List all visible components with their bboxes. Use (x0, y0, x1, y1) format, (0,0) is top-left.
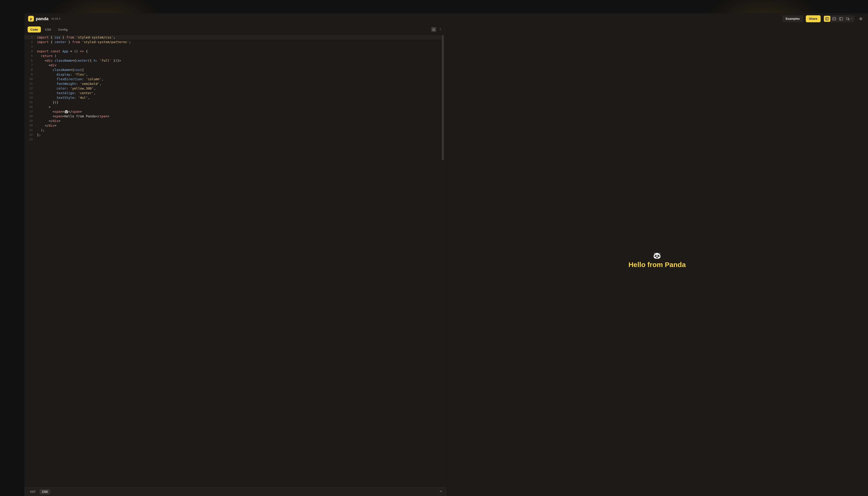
split-vertical-icon (825, 17, 829, 21)
output-tab-ast[interactable]: AST (28, 489, 38, 494)
logo-badge-icon: p (28, 16, 34, 21)
ai-sparkle-button[interactable] (438, 27, 443, 32)
line-number-gutter: 1234567891011121314151617181920212223 (25, 34, 37, 487)
chevron-down-icon (850, 17, 853, 20)
share-button[interactable]: Share (806, 15, 821, 22)
output-tab-css[interactable]: CSS (40, 489, 50, 494)
tab-code[interactable]: Code (28, 27, 41, 32)
word-wrap-icon (432, 28, 435, 31)
svg-line-13 (859, 17, 860, 18)
brand-name: panda (36, 16, 48, 21)
split-horizontal-icon (832, 17, 836, 21)
bottom-output-bar: AST CSS (25, 487, 446, 496)
editor-tabs: Code CSS Config (25, 25, 446, 34)
chevron-up-icon (439, 490, 443, 493)
logo[interactable]: p panda (28, 16, 48, 21)
layout-toggle-group (823, 15, 854, 22)
preview-heading: Hello from Panda (628, 261, 686, 269)
collapse-output-button[interactable] (439, 490, 443, 494)
sun-icon (859, 17, 863, 21)
responsive-icon (846, 17, 850, 21)
header-bar: p panda v0.34.3 Examples Share (25, 13, 868, 25)
theme-toggle-button[interactable] (857, 15, 864, 22)
tab-css[interactable]: CSS (42, 27, 54, 32)
svg-line-17 (859, 20, 860, 20)
layout-preview-only-button[interactable] (838, 16, 844, 22)
editor-pane: Code CSS Config 123456789101112131415161… (25, 25, 446, 496)
sparkle-icon (439, 28, 442, 31)
word-wrap-button[interactable] (431, 27, 436, 32)
version-label: v0.34.3 (51, 17, 60, 20)
scrollbar-thumb[interactable] (442, 35, 444, 160)
svg-rect-7 (839, 17, 843, 20)
examples-button[interactable]: Examples (782, 15, 803, 22)
code-content[interactable]: import { css } from 'styled-system/css';… (37, 34, 446, 487)
preview-only-icon (839, 17, 843, 21)
tab-config[interactable]: Config (55, 27, 70, 32)
app-frame: p panda v0.34.3 Examples Share (25, 13, 868, 496)
layout-split-horizontal-button[interactable] (831, 16, 837, 22)
code-editor[interactable]: 1234567891011121314151617181920212223 im… (25, 34, 446, 487)
layout-split-vertical-button[interactable] (824, 16, 830, 22)
preview-emoji: 🐼 (653, 252, 661, 259)
preview-content: 🐼 Hello from Panda (628, 252, 686, 269)
preview-pane: 🐼 Hello from Panda (446, 25, 868, 496)
body-area: Code CSS Config 123456789101112131415161… (25, 25, 868, 496)
layout-responsive-button[interactable] (845, 16, 854, 22)
svg-point-10 (860, 18, 862, 19)
